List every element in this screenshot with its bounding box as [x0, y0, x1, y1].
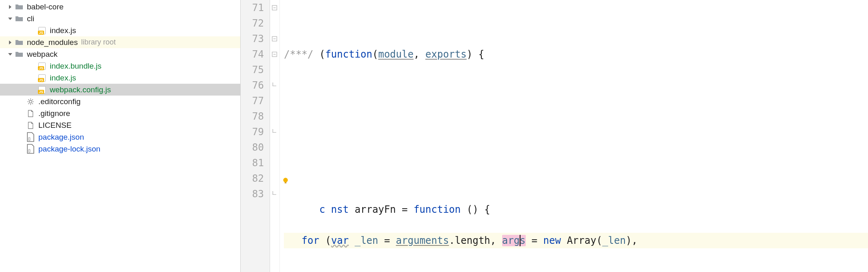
tree-file-package-lock.json[interactable]: {}package-lock.json	[0, 143, 240, 155]
line-number: 82	[241, 171, 264, 186]
code-token: c	[319, 204, 325, 215]
fold-end-icon[interactable]	[271, 191, 278, 197]
line-number: 78	[241, 109, 264, 124]
code-token: (	[313, 49, 325, 60]
code-token: _len	[354, 235, 378, 246]
code-token	[349, 235, 354, 246]
js-file-icon	[38, 86, 46, 94]
chevron-down-icon[interactable]	[7, 51, 13, 57]
code-token: (	[372, 49, 378, 60]
tree-item-label: index.js	[50, 74, 76, 82]
svg-text:{}: {}	[28, 148, 31, 153]
code-token: ),	[626, 235, 638, 246]
tree-item-label: cli	[27, 14, 34, 23]
tree-file-.gitignore[interactable]: .gitignore	[0, 107, 240, 119]
tree-item-label: .gitignore	[38, 109, 70, 118]
tree-item-label: LICENSE	[38, 121, 71, 130]
tree-folder-babel-core[interactable]: babel-core	[0, 1, 240, 13]
fold-end-icon[interactable]	[271, 82, 278, 89]
text-caret	[520, 235, 520, 246]
tree-file-package.json[interactable]: {}package.json	[0, 131, 240, 143]
svg-point-0	[29, 100, 32, 103]
code-line-current[interactable]: for (var _len = arguments.length, args =…	[284, 233, 868, 248]
tree-file-index.js[interactable]: index.js	[0, 25, 240, 36]
js-file-icon	[38, 74, 46, 82]
gear-icon	[26, 98, 35, 106]
fold-toggle-icon[interactable]	[271, 51, 278, 58]
tree-folder-cli[interactable]: cli	[0, 13, 240, 25]
tree-item-suffix: library root	[81, 38, 116, 47]
fold-end-icon[interactable]	[271, 129, 278, 135]
tree-item-label: .editorconfig	[38, 97, 81, 106]
chevron-down-icon[interactable]	[7, 16, 13, 22]
tree-file-index.js[interactable]: index.js	[0, 72, 240, 84]
json-file-icon: {}	[26, 133, 35, 141]
js-file-icon	[38, 62, 46, 70]
code-token: var	[331, 235, 349, 246]
code-token: nst	[331, 204, 349, 215]
code-token: =	[378, 235, 396, 246]
line-number-gutter: 71727374757677787980818283	[241, 0, 270, 272]
line-number: 73	[241, 31, 264, 47]
line-number: 77	[241, 93, 264, 109]
tree-file-webpack.config.js[interactable]: webpack.config.js	[0, 84, 240, 96]
fold-strip[interactable]	[270, 0, 280, 272]
file-tree[interactable]: babel-corecliindex.jsnode_moduleslibrary…	[0, 0, 241, 272]
code-token: s	[520, 235, 525, 246]
code-token: new	[543, 235, 561, 246]
tree-file-index.bundle.js[interactable]: index.bundle.js	[0, 60, 240, 72]
folder-icon	[15, 50, 24, 58]
line-number: 72	[241, 16, 264, 31]
line-number: 71	[241, 0, 264, 16]
code-editor[interactable]: 71727374757677787980818283 /***/ (functi…	[241, 0, 868, 272]
tree-item-label: babel-core	[27, 2, 64, 11]
code-token: arrayFn =	[349, 204, 414, 215]
file-icon	[26, 121, 35, 129]
code-token: _len	[602, 235, 626, 246]
line-number: 83	[241, 186, 264, 202]
tree-file-LICENSE[interactable]: LICENSE	[0, 119, 240, 131]
code-token: ,	[414, 49, 425, 60]
chevron-right-icon[interactable]	[7, 4, 13, 10]
code-token: () {	[461, 204, 490, 215]
tree-item-label: package-lock.json	[38, 145, 100, 154]
code-token: ) {	[467, 49, 484, 60]
tree-item-label: webpack.config.js	[50, 85, 111, 94]
folder-icon	[15, 3, 24, 11]
tree-folder-webpack[interactable]: webpack	[0, 48, 240, 60]
line-number: 79	[241, 124, 264, 140]
svg-rect-4	[285, 183, 287, 183]
chevron-right-icon[interactable]	[7, 40, 13, 45]
tree-file-.editorconfig[interactable]: .editorconfig	[0, 96, 240, 107]
svg-point-3	[283, 178, 288, 182]
fold-toggle-icon[interactable]	[271, 4, 278, 11]
folder-icon	[15, 38, 24, 47]
tree-item-label: node_modules	[27, 38, 78, 47]
fold-toggle-icon[interactable]	[271, 36, 278, 42]
code-line[interactable]	[284, 109, 868, 124]
code-token: (	[319, 235, 331, 246]
tree-item-label: webpack	[27, 50, 58, 59]
code-token: /***/	[284, 49, 313, 60]
code-token: .length,	[449, 235, 502, 246]
line-number: 75	[241, 62, 264, 78]
line-number: 74	[241, 47, 264, 62]
code-token: function	[325, 49, 372, 60]
code-token: module	[378, 49, 414, 60]
code-token: exports	[425, 49, 467, 60]
line-number: 80	[241, 140, 264, 155]
code-token: arguments	[396, 235, 449, 246]
intention-bulb-icon[interactable]	[282, 173, 289, 181]
code-token: for	[301, 235, 319, 246]
code-area[interactable]: /***/ (function(module, exports) { const…	[280, 0, 868, 272]
code-line[interactable]: const arrayFn = function () {	[284, 171, 868, 186]
code-line[interactable]: /***/ (function(module, exports) {	[284, 47, 868, 62]
tree-item-label: index.js	[50, 26, 76, 35]
tree-folder-node_modules[interactable]: node_moduleslibrary root	[0, 36, 240, 48]
code-token: arg	[502, 235, 520, 246]
tree-item-label: index.bundle.js	[50, 62, 102, 71]
code-token: function	[414, 204, 461, 215]
svg-text:{}: {}	[28, 136, 31, 141]
folder-icon	[15, 15, 24, 23]
code-token: Array(	[561, 235, 602, 246]
